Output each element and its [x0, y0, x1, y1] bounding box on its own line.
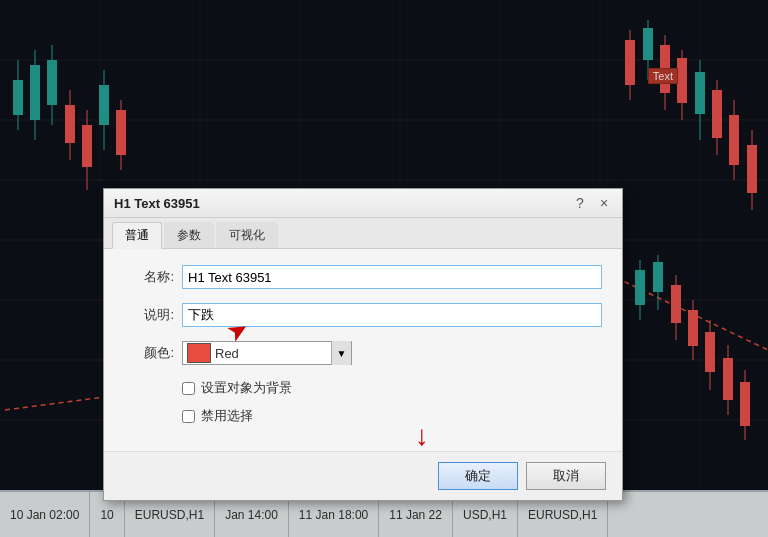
ok-button[interactable]: 确定 — [438, 462, 518, 490]
color-value-label: Red — [215, 346, 331, 361]
color-select[interactable]: Red ▼ — [182, 341, 352, 365]
dialog-tabs: 普通 参数 可视化 — [104, 218, 622, 249]
name-input[interactable] — [182, 265, 602, 289]
checkbox-disable-select[interactable] — [182, 410, 195, 423]
dialog: H1 Text 63951 ? × 普通 参数 可视化 名称: 说明: 颜色: … — [103, 188, 623, 501]
desc-input[interactable] — [182, 303, 602, 327]
color-dropdown-arrow[interactable]: ▼ — [331, 341, 351, 365]
dialog-footer: 确定 取消 — [104, 451, 622, 500]
color-swatch — [187, 343, 211, 363]
cancel-button[interactable]: 取消 — [526, 462, 606, 490]
checkbox-bg-row: 设置对象为背景 — [124, 379, 602, 397]
help-button[interactable]: ? — [572, 195, 588, 211]
name-row: 名称: — [124, 265, 602, 289]
color-label: 颜色: — [124, 344, 174, 362]
tab-params[interactable]: 参数 — [164, 222, 214, 248]
checkbox-select-label: 禁用选择 — [201, 407, 253, 425]
checkbox-background[interactable] — [182, 382, 195, 395]
checkbox-background-label: 设置对象为背景 — [201, 379, 292, 397]
tab-general[interactable]: 普通 — [112, 222, 162, 249]
desc-row: 说明: — [124, 303, 602, 327]
tab-visual[interactable]: 可视化 — [216, 222, 278, 248]
close-button[interactable]: × — [596, 195, 612, 211]
dialog-title: H1 Text 63951 — [114, 196, 200, 211]
color-row: 颜色: Red ▼ — [124, 341, 602, 365]
dialog-title-bar: H1 Text 63951 ? × — [104, 189, 622, 218]
dialog-content: 名称: 说明: 颜色: Red ▼ 设置对象为背景 禁用选择 — [104, 249, 622, 451]
arrow-ok: ↓ — [415, 420, 429, 452]
checkbox-select-row: 禁用选择 — [124, 407, 602, 425]
name-label: 名称: — [124, 268, 174, 286]
title-controls: ? × — [572, 195, 612, 211]
desc-label: 说明: — [124, 306, 174, 324]
